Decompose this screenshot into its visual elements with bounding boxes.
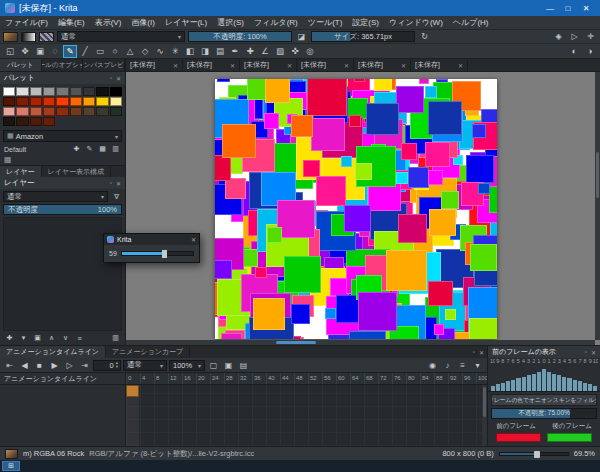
previous-frame-button[interactable]: ◀: [18, 359, 31, 371]
onion-column-slider[interactable]: [573, 380, 577, 391]
zoom-slider-handle[interactable]: [534, 451, 540, 458]
onion-column-slider[interactable]: [542, 369, 546, 391]
onion-column-slider[interactable]: [562, 377, 566, 391]
palette-swatch[interactable]: [56, 107, 68, 116]
onion-column-slider[interactable]: [593, 386, 597, 391]
palette-swatch[interactable]: [3, 117, 15, 126]
stop-button[interactable]: ■: [33, 359, 46, 371]
duplicate-layer-button[interactable]: ▣: [32, 333, 43, 343]
palette-swatch[interactable]: [30, 87, 42, 96]
maximize-button[interactable]: □: [559, 4, 577, 13]
multibrush-tool[interactable]: ✳: [168, 45, 182, 58]
onion-column-slider[interactable]: [583, 383, 587, 391]
onion-skin-toggle-button[interactable]: ◉: [426, 359, 439, 371]
timeline-frames-grid[interactable]: [126, 385, 487, 446]
palette-swatch[interactable]: [70, 107, 82, 116]
menu-item-8[interactable]: ツール(T): [303, 17, 348, 28]
delete-layer-button[interactable]: ▥: [110, 333, 121, 343]
keyframe-cell[interactable]: [126, 385, 139, 397]
palette-swatch[interactable]: [16, 117, 28, 126]
canvas-vertical-scrollbar[interactable]: [595, 72, 600, 340]
tab-close-icon[interactable]: ✕: [287, 62, 292, 69]
timeline-ruler[interactable]: 0481216202428323640444852566064687276808…: [126, 373, 487, 384]
palette-swatch[interactable]: [96, 87, 108, 96]
float-docker-icon[interactable]: ▫: [585, 349, 587, 355]
palette-swatch[interactable]: [70, 97, 82, 106]
snap-options-icon[interactable]: ✛: [584, 31, 597, 43]
palette-swatch[interactable]: [83, 97, 95, 106]
fill-tool[interactable]: ◧: [183, 45, 197, 58]
palette-swatch[interactable]: [30, 107, 42, 116]
dialog-slider[interactable]: [121, 251, 194, 256]
palette-swatch[interactable]: [83, 107, 95, 116]
float-docker-icon[interactable]: ▫: [110, 75, 112, 81]
onion-column-slider[interactable]: [501, 383, 505, 391]
palette-swatch[interactable]: [16, 87, 28, 96]
document-tab-4[interactable]: [未保存]✕: [297, 59, 354, 71]
add-layer-button[interactable]: ✚: [4, 333, 15, 343]
palette-swatch[interactable]: [96, 107, 108, 116]
menu-item-3[interactable]: 表示(V): [90, 17, 127, 28]
onion-column-slider[interactable]: [496, 384, 500, 391]
add-layer-menu-arrow[interactable]: ▾: [18, 333, 29, 343]
onion-column-slider[interactable]: [491, 386, 495, 391]
onion-column-slider[interactable]: [522, 377, 526, 391]
timeline-zoom-dropdown[interactable]: 100% ▾: [169, 360, 205, 371]
bezier-curve-tool[interactable]: ∿: [153, 45, 167, 58]
reference-images-tool[interactable]: ▧: [273, 45, 287, 58]
palette-swatch[interactable]: [43, 117, 55, 126]
close-button[interactable]: ✕: [577, 4, 595, 13]
menu-item-11[interactable]: ヘルプ(H): [448, 17, 494, 28]
polyline-tool[interactable]: ◇: [138, 45, 152, 58]
next-frames-color-swatch[interactable]: [547, 433, 592, 442]
document-tab-6[interactable]: [未保存]✕: [411, 59, 468, 71]
palette-select-dropdown[interactable]: ▦ Amazon ▾: [3, 130, 122, 142]
document-tab-5[interactable]: [未保存]✕: [354, 59, 411, 71]
onion-column-slider[interactable]: [588, 384, 592, 391]
pattern-chooser[interactable]: [39, 32, 54, 42]
audio-toggle-button[interactable]: ♪: [441, 359, 454, 371]
tab-close-icon[interactable]: ✕: [401, 62, 406, 69]
polygon-tool[interactable]: △: [123, 45, 137, 58]
palette-swatch[interactable]: [16, 107, 28, 116]
edit-palette-button[interactable]: ✎: [84, 144, 95, 154]
palette-swatch[interactable]: [96, 97, 108, 106]
mirror-vertical-button[interactable]: ◑: [583, 45, 597, 58]
onion-column-slider[interactable]: [516, 378, 520, 391]
menu-item-2[interactable]: 編集(E): [53, 17, 90, 28]
canvas[interactable]: [215, 79, 497, 339]
scrollbar-thumb[interactable]: [276, 341, 316, 344]
gradient-chooser[interactable]: [21, 32, 36, 42]
pattern-tool[interactable]: ▤: [213, 45, 227, 58]
wrap-around-mode-icon[interactable]: ◈: [552, 31, 565, 43]
delete-swatch-button[interactable]: ▥: [110, 144, 121, 154]
layer-properties-button[interactable]: ≡: [74, 333, 85, 343]
freehand-brush-tool[interactable]: ✎: [63, 45, 77, 58]
first-frame-button[interactable]: ⇤: [3, 359, 16, 371]
previous-frames-color-swatch[interactable]: [496, 433, 541, 442]
onion-column-slider[interactable]: [567, 378, 571, 391]
line-tool[interactable]: ╱: [78, 45, 92, 58]
layer-opacity-slider[interactable]: 不透明度 100%: [3, 204, 122, 215]
onion-color-filter-button[interactable]: フレームの色でオニオンスキンをフィルタ: [491, 394, 597, 406]
tab-close-icon[interactable]: ✕: [458, 62, 463, 69]
rectangle-tool[interactable]: ▭: [93, 45, 107, 58]
palette-swatch[interactable]: [56, 97, 68, 106]
minimize-button[interactable]: —: [541, 4, 559, 13]
scrollbar-thumb[interactable]: [596, 152, 599, 198]
onion-opacity-slider[interactable]: 不透明度: 75.00%: [491, 408, 597, 419]
onion-column-slider[interactable]: [578, 381, 582, 391]
palette-swatch[interactable]: [43, 97, 55, 106]
document-tab-1[interactable]: [未保存]✕: [126, 59, 183, 71]
zoom-slider[interactable]: [499, 452, 569, 456]
blending-mode-dropdown[interactable]: 通常 ▾: [57, 31, 185, 42]
tab-close-icon[interactable]: ✕: [230, 62, 235, 69]
menu-item-5[interactable]: レイヤー(L): [160, 17, 212, 28]
scrollbar-thumb[interactable]: [483, 387, 486, 417]
palette-swatch[interactable]: [3, 87, 15, 96]
timeline-tab-1[interactable]: アニメーションタイムライン: [0, 346, 106, 358]
float-docker-icon[interactable]: ▫: [110, 180, 112, 186]
reload-preset-icon[interactable]: ↻: [418, 31, 431, 43]
move-tool[interactable]: ✥: [18, 45, 32, 58]
palette-swatch[interactable]: [16, 97, 28, 106]
